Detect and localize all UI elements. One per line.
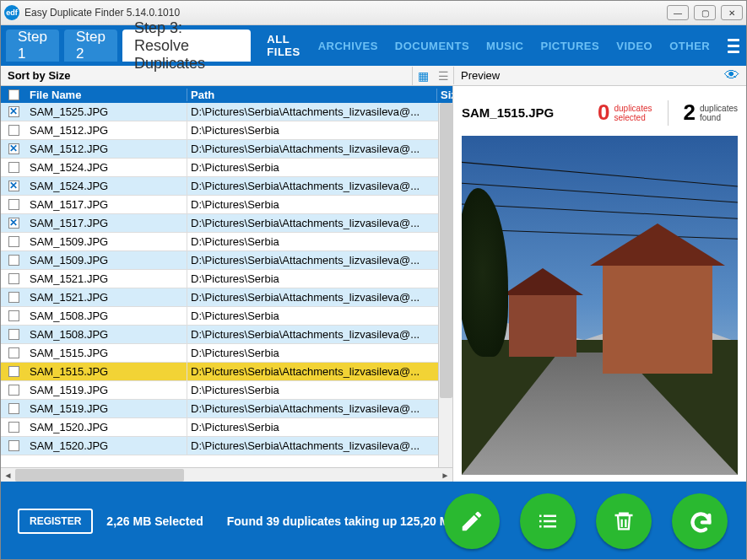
menu-icon[interactable]	[726, 34, 741, 57]
table-row[interactable]: SAM_1519.JPGD:\Pictures\Serbia	[1, 381, 452, 400]
app-logo-icon: edf	[4, 5, 19, 20]
cell-path: D:\Pictures\Serbia	[187, 121, 452, 139]
table-row[interactable]: SAM_1509.JPGD:\Pictures\Serbia	[1, 233, 452, 251]
row-checkbox[interactable]	[8, 310, 19, 321]
row-checkbox[interactable]	[8, 347, 19, 358]
vertical-scrollbar[interactable]	[438, 103, 452, 467]
table-row[interactable]: SAM_1515.JPGD:\Pictures\Serbia	[1, 344, 452, 363]
eye-icon[interactable]: 👁	[724, 67, 739, 84]
cell-path: D:\Pictures\Serbia\Attachments_lizvasile…	[187, 326, 452, 343]
tab-step1[interactable]: Step 1	[6, 30, 59, 62]
cell-filename: SAM_1517.JPG	[26, 214, 187, 232]
select-all-checkbox[interactable]	[8, 89, 19, 100]
row-checkbox[interactable]	[8, 273, 19, 284]
filter-pictures[interactable]: Pictures	[534, 40, 605, 52]
cell-filename: SAM_1508.JPG	[26, 307, 187, 325]
table-row[interactable]: SAM_1512.JPGD:\Pictures\Serbia\Attachmen…	[1, 140, 452, 159]
tab-step2[interactable]: Step 2	[64, 30, 117, 62]
status-found: Found 39 duplicates taking up 125,20 MB	[227, 514, 458, 528]
file-list-pane: File Name Path Siz SAM_1525.JPGD:\Pictur…	[1, 86, 453, 482]
table-row[interactable]: SAM_1509.JPGD:\Pictures\Serbia\Attachmen…	[1, 251, 452, 270]
cell-path: D:\Pictures\Serbia\Attachments_lizvasile…	[187, 140, 452, 158]
table-row[interactable]: SAM_1517.JPGD:\Pictures\Serbia\Attachmen…	[1, 214, 452, 233]
row-checkbox[interactable]	[8, 236, 19, 247]
table-row[interactable]: SAM_1521.JPGD:\Pictures\Serbia\Attachmen…	[1, 288, 452, 307]
row-checkbox[interactable]	[8, 329, 19, 340]
cell-path: D:\Pictures\Serbia	[187, 344, 452, 362]
header-nav: Step 1 Step 2 Step 3: Resolve Duplicates…	[1, 25, 746, 66]
preview-filename: SAM_1515.JPG	[462, 105, 582, 120]
column-header-path[interactable]: Path	[187, 89, 437, 101]
minimize-button[interactable]: —	[667, 5, 689, 20]
sort-label[interactable]: Sort by Size	[1, 69, 412, 82]
list-view-icon[interactable]: ☰	[433, 67, 453, 85]
filter-all-files[interactable]: All Files	[261, 33, 306, 58]
cell-filename: SAM_1525.JPG	[26, 103, 187, 121]
preview-image	[462, 136, 738, 475]
register-button[interactable]: REGISTER	[18, 509, 93, 534]
table-row[interactable]: SAM_1508.JPGD:\Pictures\Serbia	[1, 307, 452, 326]
cell-filename: SAM_1508.JPG	[26, 326, 187, 343]
row-checkbox[interactable]	[8, 106, 19, 117]
cell-path: D:\Pictures\Serbia	[187, 418, 452, 436]
cell-path: D:\Pictures\Serbia	[187, 270, 452, 288]
row-checkbox[interactable]	[8, 125, 19, 136]
row-checkbox[interactable]	[8, 199, 19, 210]
cell-path: D:\Pictures\Serbia\Attachments_lizvasile…	[187, 103, 452, 121]
cell-filename: SAM_1512.JPG	[26, 121, 187, 139]
filter-video[interactable]: Video	[610, 40, 658, 52]
table-row[interactable]: SAM_1515.JPGD:\Pictures\Serbia\Attachmen…	[1, 363, 452, 381]
grid-view-icon[interactable]: ▦	[413, 67, 433, 85]
table-header: File Name Path Siz	[1, 86, 452, 103]
tab-step3[interactable]: Step 3: Resolve Duplicates	[122, 30, 251, 62]
window-title: Easy Duplicate Finder 5.14.0.1010	[24, 7, 667, 19]
filter-music[interactable]: Music	[480, 40, 529, 52]
table-row[interactable]: SAM_1521.JPGD:\Pictures\Serbia	[1, 270, 452, 288]
delete-button[interactable]	[596, 493, 652, 549]
row-checkbox[interactable]	[8, 218, 19, 229]
row-checkbox[interactable]	[8, 292, 19, 303]
column-header-filename[interactable]: File Name	[26, 89, 187, 101]
cell-path: D:\Pictures\Serbia	[187, 196, 452, 213]
row-checkbox[interactable]	[8, 162, 19, 173]
table-row[interactable]: SAM_1524.JPGD:\Pictures\Serbia\Attachmen…	[1, 177, 452, 196]
cell-filename: SAM_1509.JPG	[26, 233, 187, 250]
cell-path: D:\Pictures\Serbia\Attachments_lizvasile…	[187, 363, 452, 380]
cell-path: D:\Pictures\Serbia\Attachments_lizvasile…	[187, 437, 452, 455]
row-checkbox[interactable]	[8, 255, 19, 266]
table-row[interactable]: SAM_1520.JPGD:\Pictures\Serbia\Attachmen…	[1, 437, 452, 455]
filter-other[interactable]: Other	[663, 40, 716, 52]
column-header-size[interactable]: Siz	[437, 89, 452, 101]
cell-filename: SAM_1521.JPG	[26, 288, 187, 306]
row-checkbox[interactable]	[8, 143, 19, 154]
table-row[interactable]: SAM_1519.JPGD:\Pictures\Serbia\Attachmen…	[1, 400, 452, 418]
cell-path: D:\Pictures\Serbia	[187, 159, 452, 176]
row-checkbox[interactable]	[8, 385, 19, 396]
row-checkbox[interactable]	[8, 440, 19, 451]
edit-button[interactable]	[444, 493, 500, 549]
maximize-button[interactable]: ▢	[694, 5, 716, 20]
status-selected: 2,26 MB Selected	[106, 514, 203, 528]
close-button[interactable]: ✕	[721, 5, 743, 20]
row-checkbox[interactable]	[8, 422, 19, 433]
cell-path: D:\Pictures\Serbia	[187, 381, 452, 399]
table-row[interactable]: SAM_1524.JPGD:\Pictures\Serbia	[1, 159, 452, 177]
filter-documents[interactable]: Documents	[389, 40, 475, 52]
horizontal-scrollbar[interactable]: ◄►	[1, 467, 452, 482]
row-checkbox[interactable]	[8, 180, 19, 191]
cell-filename: SAM_1520.JPG	[26, 437, 187, 455]
table-row[interactable]: SAM_1520.JPGD:\Pictures\Serbia	[1, 418, 452, 437]
list-button[interactable]	[520, 493, 576, 549]
row-checkbox[interactable]	[8, 403, 19, 414]
cell-filename: SAM_1519.JPG	[26, 381, 187, 399]
undo-button[interactable]	[672, 493, 728, 549]
cell-path: D:\Pictures\Serbia\Attachments_lizvasile…	[187, 288, 452, 306]
cell-path: D:\Pictures\Serbia	[187, 233, 452, 250]
stat-duplicates-selected: 0 duplicates selected	[598, 100, 652, 126]
table-row[interactable]: SAM_1517.JPGD:\Pictures\Serbia	[1, 196, 452, 214]
filter-archives[interactable]: Archives	[312, 40, 384, 52]
table-row[interactable]: SAM_1512.JPGD:\Pictures\Serbia	[1, 121, 452, 140]
row-checkbox[interactable]	[8, 366, 19, 377]
table-row[interactable]: SAM_1508.JPGD:\Pictures\Serbia\Attachmen…	[1, 326, 452, 344]
table-row[interactable]: SAM_1525.JPGD:\Pictures\Serbia\Attachmen…	[1, 103, 452, 121]
